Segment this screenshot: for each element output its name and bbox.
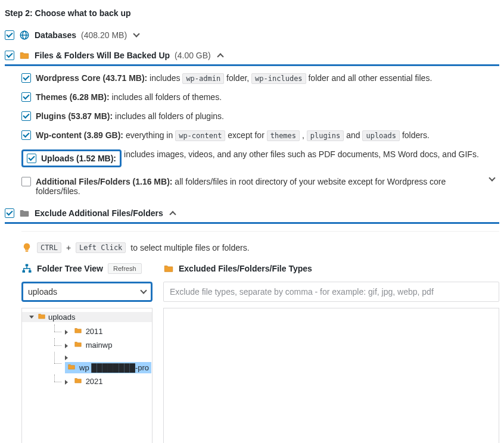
databases-label: Databases [35, 30, 76, 40]
tree-toggle[interactable] [29, 316, 34, 319]
exclude-label: Exclude Additional Files/Folders [35, 208, 163, 218]
folder-icon [38, 312, 46, 322]
databases-checkbox[interactable] [5, 30, 14, 40]
uploads-title: Uploads (1.52 MB): [41, 154, 116, 163]
wordpress-core-row: Wordpress Core (43.71 MB): includes wp-a… [21, 68, 499, 88]
tree-item[interactable]: 2021 [54, 375, 152, 388]
folder-select[interactable]: uploads [21, 282, 153, 302]
chevron-up-icon[interactable] [217, 53, 223, 60]
uploads-highlight: Uploads (1.52 MB): [21, 149, 122, 167]
chevron-down-icon[interactable] [133, 30, 139, 37]
refresh-button[interactable]: Refresh [108, 263, 142, 274]
folder-select-value: uploads [28, 287, 57, 297]
databases-size: (408.20 MB) [81, 30, 127, 40]
files-checkbox[interactable] [5, 51, 14, 60]
wordpress-core-title: Wordpress Core (43.71 MB): [36, 73, 147, 83]
folder-icon [19, 50, 30, 61]
tree-root[interactable]: uploads [48, 313, 76, 322]
uploads-checkbox[interactable] [27, 154, 36, 163]
wp-content-checkbox[interactable] [21, 130, 31, 140]
tree-toggle[interactable] [65, 380, 68, 385]
tree-item-label: mainwp [86, 341, 113, 350]
folder-icon [163, 263, 174, 274]
tree-item-label: 2011 [86, 327, 103, 336]
chevron-down-icon[interactable] [489, 174, 495, 181]
additional-checkbox[interactable] [21, 177, 31, 186]
sitemap-icon [21, 263, 32, 274]
exclude-checkbox[interactable] [5, 208, 14, 218]
tree-view-label: Folder Tree View [37, 264, 103, 273]
folder-icon [74, 340, 82, 350]
additional-row: Additional Files/Folders (1.16 MB): all … [21, 172, 499, 201]
folder-grey-icon [19, 208, 30, 219]
themes-checkbox[interactable] [21, 92, 31, 102]
globe-icon [19, 30, 30, 40]
tree-toggle[interactable] [65, 355, 68, 360]
folder-icon [74, 326, 82, 336]
folder-icon [67, 363, 76, 373]
bulb-icon [21, 242, 32, 253]
hint-row: CTRL + Left Click to select multiple fil… [21, 239, 499, 261]
wp-content-row: Wp-content (3.89 GB): everything in wp-c… [21, 126, 499, 145]
tree-item-label: wp ████████-pro [79, 363, 149, 372]
excluded-header: Excluded Files/Folders/File Types [179, 264, 312, 273]
tree-toggle[interactable] [65, 330, 68, 335]
files-section: Files & Folders Will Be Backed Up (4.00 … [5, 46, 499, 66]
folder-icon [74, 376, 82, 386]
tree-item[interactable]: mainwp [54, 338, 152, 352]
folder-tree[interactable]: uploads 2011 mainwp wp ████████-pro 2021 [21, 308, 153, 443]
tree-item[interactable]: 2011 [54, 325, 152, 338]
plugins-row: Plugins (53.87 MB): includes all folders… [21, 107, 499, 126]
step-title: Step 2: Choose what to back up [5, 8, 499, 18]
databases-section: Databases (408.20 MB) [5, 26, 499, 44]
exclude-section: Exclude Additional Files/Folders [5, 204, 499, 224]
files-size: (4.00 GB) [175, 51, 211, 60]
plugins-checkbox[interactable] [21, 111, 31, 121]
chevron-up-icon[interactable] [169, 211, 176, 217]
chevron-down-icon [140, 287, 147, 294]
exclude-types-input[interactable] [163, 282, 499, 302]
tree-item-label: 2021 [86, 377, 103, 386]
themes-row: Themes (6.28 MB): includes all folders o… [21, 88, 499, 107]
tree-toggle[interactable] [65, 344, 68, 348]
uploads-row: Uploads (1.52 MB): includes images, vide… [21, 145, 499, 172]
excluded-list [163, 308, 499, 443]
wordpress-core-checkbox[interactable] [21, 73, 31, 83]
tree-item[interactable]: wp ████████-pro [54, 352, 152, 375]
files-label: Files & Folders Will Be Backed Up [35, 51, 170, 60]
